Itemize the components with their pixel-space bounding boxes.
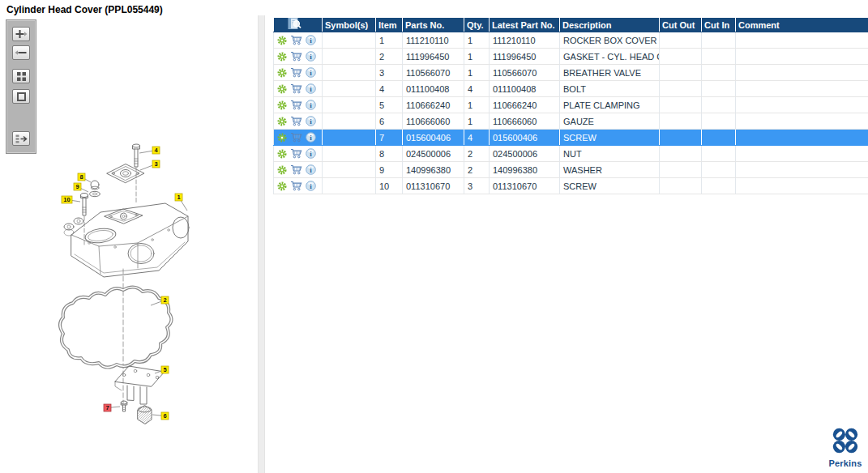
table-row[interactable]: i70156004064015600406SCREW xyxy=(274,130,868,146)
info-icon[interactable]: i xyxy=(306,51,316,62)
cell-parts_no[interactable]: 110566070 xyxy=(403,65,464,81)
cell-qty[interactable]: 2 xyxy=(464,146,490,162)
table-row[interactable]: i80245000062024500006NUT xyxy=(274,146,868,162)
table-row[interactable]: i21119964501111996450GASKET - CYL. HEAD … xyxy=(274,49,868,65)
cell-symbols[interactable] xyxy=(323,178,376,194)
exploded-diagram[interactable]: 12345678910 xyxy=(0,15,258,473)
cell-actions[interactable]: i xyxy=(274,49,323,65)
info-icon[interactable]: i xyxy=(306,35,316,45)
cell-item[interactable]: 4 xyxy=(376,81,403,97)
fit-view-button[interactable] xyxy=(12,89,30,104)
cell-latest_part_no[interactable]: 140996380 xyxy=(490,162,560,178)
cell-latest_part_no[interactable]: 015600406 xyxy=(490,130,560,146)
cell-comment[interactable] xyxy=(736,65,868,81)
cell-actions[interactable]: i xyxy=(274,130,323,146)
cart-icon[interactable] xyxy=(290,148,302,159)
cell-cut_out[interactable] xyxy=(660,130,702,146)
cell-comment[interactable] xyxy=(736,32,868,49)
cell-description[interactable]: GASKET - CYL. HEAD CO xyxy=(560,49,660,65)
tile-view-button[interactable] xyxy=(12,69,30,83)
cell-parts_no[interactable]: 015600406 xyxy=(403,130,464,146)
cell-latest_part_no[interactable]: 110666240 xyxy=(490,97,560,113)
cell-comment[interactable] xyxy=(736,81,868,97)
table-row[interactable]: i40111004084011100408BOLT xyxy=(274,81,868,97)
gear-icon[interactable] xyxy=(277,165,287,175)
cell-qty[interactable]: 4 xyxy=(464,130,490,146)
cell-item[interactable]: 9 xyxy=(376,162,403,178)
cell-actions[interactable]: i xyxy=(274,97,323,113)
cell-actions[interactable]: i xyxy=(274,146,323,162)
cell-comment[interactable] xyxy=(736,97,868,113)
cart-icon[interactable] xyxy=(290,116,302,126)
col-header-symbols[interactable]: Symbol(s) xyxy=(323,18,376,32)
gear-icon[interactable] xyxy=(277,117,287,126)
cell-actions[interactable]: i xyxy=(274,178,323,194)
cell-cut_in[interactable] xyxy=(702,49,736,65)
cell-parts_no[interactable]: 011310670 xyxy=(403,178,464,194)
col-header-qty[interactable]: Qty. xyxy=(464,18,490,32)
cell-item[interactable]: 8 xyxy=(376,146,403,162)
gear-icon[interactable] xyxy=(277,36,287,45)
zoom-out-button[interactable] xyxy=(12,45,30,60)
col-header-cut_out[interactable]: Cut Out xyxy=(660,18,702,32)
col-header-comment[interactable]: Comment xyxy=(736,18,868,32)
toggle-list-button[interactable] xyxy=(12,131,30,146)
cell-cut_in[interactable] xyxy=(702,130,736,146)
info-icon[interactable]: i xyxy=(306,67,316,78)
cart-icon[interactable] xyxy=(290,100,302,110)
gear-icon[interactable] xyxy=(277,52,287,62)
gear-icon[interactable] xyxy=(277,133,287,143)
cell-qty[interactable]: 1 xyxy=(464,113,490,130)
cell-symbols[interactable] xyxy=(323,81,376,97)
cell-actions[interactable]: i xyxy=(274,113,323,130)
cell-comment[interactable] xyxy=(736,162,868,178)
cell-parts_no[interactable]: 140996380 xyxy=(403,162,464,178)
cell-item[interactable]: 5 xyxy=(376,97,403,113)
cart-icon[interactable] xyxy=(290,132,302,143)
cell-latest_part_no[interactable]: 024500006 xyxy=(490,146,560,162)
cell-description[interactable]: BREATHER VALVE xyxy=(560,65,660,81)
cell-item[interactable]: 7 xyxy=(376,130,403,146)
cell-cut_in[interactable] xyxy=(702,81,736,97)
cell-symbols[interactable] xyxy=(323,32,376,49)
cell-parts_no[interactable]: 011100408 xyxy=(403,81,464,97)
col-header-cut_in[interactable]: Cut In xyxy=(702,18,736,32)
cell-comment[interactable] xyxy=(736,113,868,130)
cart-icon[interactable] xyxy=(290,35,302,45)
cell-cut_out[interactable] xyxy=(660,97,702,113)
cell-cut_out[interactable] xyxy=(660,32,702,49)
cell-cut_in[interactable] xyxy=(702,146,736,162)
gear-icon[interactable] xyxy=(277,68,287,78)
cell-description[interactable]: NUT xyxy=(560,146,660,162)
cell-cut_in[interactable] xyxy=(702,113,736,130)
table-row[interactable]: i61106660601110666060GAUZE xyxy=(274,113,868,130)
cell-qty[interactable]: 1 xyxy=(464,65,490,81)
info-icon[interactable]: i xyxy=(306,83,316,94)
cell-description[interactable]: ROCKER BOX COVER xyxy=(560,32,660,49)
table-row[interactable]: i51106662401110666240PLATE CLAMPING xyxy=(274,97,868,113)
cell-latest_part_no[interactable]: 011310670 xyxy=(490,178,560,194)
cell-cut_out[interactable] xyxy=(660,162,702,178)
info-icon[interactable]: i xyxy=(306,116,316,126)
info-icon[interactable]: i xyxy=(306,132,316,143)
cell-latest_part_no[interactable]: 011100408 xyxy=(490,81,560,97)
cell-latest_part_no[interactable]: 111210110 xyxy=(490,32,560,49)
col-header-item[interactable]: Item xyxy=(376,18,403,32)
cell-cut_out[interactable] xyxy=(660,65,702,81)
gear-icon[interactable] xyxy=(277,84,287,94)
cell-description[interactable]: BOLT xyxy=(560,81,660,97)
cell-item[interactable]: 1 xyxy=(376,32,403,49)
cell-actions[interactable]: i xyxy=(274,32,323,49)
gear-icon[interactable] xyxy=(277,149,287,159)
cell-description[interactable]: PLATE CLAMPING xyxy=(560,97,660,113)
cell-qty[interactable]: 2 xyxy=(464,162,490,178)
cart-icon[interactable] xyxy=(290,164,302,175)
info-icon[interactable]: i xyxy=(306,148,316,159)
panel-splitter[interactable] xyxy=(258,15,265,473)
cell-cut_out[interactable] xyxy=(660,49,702,65)
cell-parts_no[interactable]: 024500006 xyxy=(403,146,464,162)
zoom-in-button[interactable] xyxy=(12,27,30,41)
cell-qty[interactable]: 1 xyxy=(464,49,490,65)
cell-cut_in[interactable] xyxy=(702,178,736,194)
cell-parts_no[interactable]: 110666240 xyxy=(403,97,464,113)
